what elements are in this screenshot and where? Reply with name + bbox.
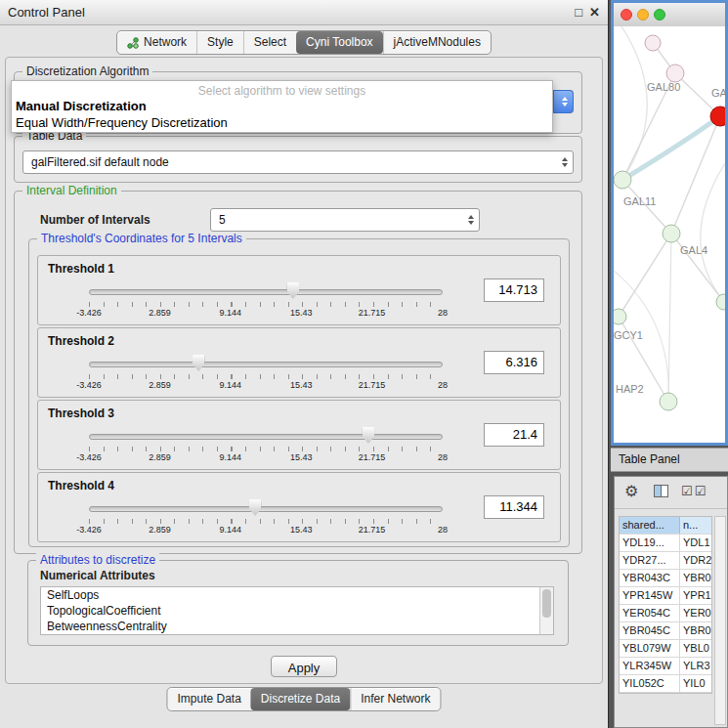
threshold-4-panel: Threshold 4 -3.426 2.859 9.144 15.43 21.… xyxy=(37,472,561,542)
zoom-traffic-light-icon[interactable] xyxy=(654,9,665,21)
apply-button[interactable]: Apply xyxy=(271,656,337,677)
network-node-gal11[interactable] xyxy=(614,171,631,189)
tab-discretize-data[interactable]: Discretize Data xyxy=(251,688,350,710)
numerical-attributes-label: Numerical Attributes xyxy=(40,569,155,582)
threshold-3-value-field[interactable]: 21.4 xyxy=(484,423,544,447)
axis-label: -3.426 xyxy=(76,308,102,318)
table-row[interactable]: YDR27...YDR2 xyxy=(620,552,711,570)
tab-cyni-toolbox[interactable]: Cyni Toolbox xyxy=(296,31,382,54)
up-arrow-icon xyxy=(562,157,568,161)
table-scrollbar[interactable] xyxy=(714,516,726,725)
column-header-shared-name[interactable]: shared... xyxy=(620,517,680,534)
down-arrow-icon xyxy=(562,163,568,167)
tab-style[interactable]: Style xyxy=(196,31,243,54)
slider-track[interactable] xyxy=(89,289,443,295)
slider-thumb[interactable] xyxy=(362,427,374,444)
minimize-traffic-light-icon[interactable] xyxy=(637,9,649,21)
node-label: GA xyxy=(711,87,725,99)
table-data-group: Table Data galFiltered.sif default node xyxy=(14,136,582,183)
table-row[interactable]: YIL052CYIL0 xyxy=(620,675,711,693)
tab-network[interactable]: Network xyxy=(117,31,196,54)
table-row[interactable]: YPR145WYPR1 xyxy=(620,587,711,605)
number-of-intervals-combobox[interactable]: 5 xyxy=(210,208,480,232)
network-node-gal80[interactable] xyxy=(666,64,684,82)
slider-thumb[interactable] xyxy=(286,282,299,299)
axis-label: 2.859 xyxy=(149,380,171,390)
combobox-stepper[interactable] xyxy=(553,90,574,113)
table-row[interactable]: YBR043CYBR0 xyxy=(620,570,711,587)
network-graph[interactable]: GAL80 GA GAL11 GAL4 GCY1 HAP2 xyxy=(614,26,725,443)
table-row[interactable]: YER054CYER0 xyxy=(620,605,711,622)
axis-label: 15.43 xyxy=(290,452,313,462)
close-icon[interactable]: ✕ xyxy=(589,0,600,24)
threshold-2-value-field[interactable]: 6.316 xyxy=(484,351,544,374)
node-label: HAP2 xyxy=(616,383,644,395)
threshold-2-panel: Threshold 2 -3.426 2.859 9.144 15.43 21.… xyxy=(37,327,561,398)
table-panel-header[interactable]: Table Panel xyxy=(611,448,728,472)
axis-label: 15.43 xyxy=(290,525,313,535)
network-canvas[interactable]: GAL80 GA GAL11 GAL4 GCY1 HAP2 xyxy=(614,26,725,443)
float-window-icon[interactable]: □ xyxy=(575,0,582,24)
up-arrow-icon xyxy=(562,97,568,101)
column-header-name[interactable]: n... xyxy=(680,517,711,534)
group-title: Interval Definition xyxy=(22,184,121,197)
tab-impute-data[interactable]: Impute Data xyxy=(167,688,250,710)
slider-track[interactable] xyxy=(89,362,443,367)
slider-track[interactable] xyxy=(89,506,443,512)
list-item[interactable]: TopologicalCoefficient xyxy=(41,603,553,619)
slider-thumb[interactable] xyxy=(249,499,262,516)
tab-label: Select xyxy=(254,31,286,54)
algorithm-dropdown-popup: Select algorithm to view settings Manual… xyxy=(11,80,553,133)
tab-label: jActiveMNodules xyxy=(394,31,481,54)
axis-label: 9.144 xyxy=(220,380,242,390)
axis-label: 28 xyxy=(438,525,448,535)
highlighted-edge[interactable] xyxy=(622,116,720,180)
network-node-gal4[interactable] xyxy=(663,225,680,242)
table-toolbar: ⚙ ☑☑ xyxy=(615,477,727,509)
list-item[interactable]: SelfLoops xyxy=(41,587,553,603)
attributes-list[interactable]: SelfLoops TopologicalCoefficient Between… xyxy=(40,586,554,635)
list-scrollbar[interactable] xyxy=(539,587,553,634)
network-node[interactable] xyxy=(716,294,725,310)
threshold-3-slider[interactable] xyxy=(89,427,443,445)
network-window-titlebar[interactable] xyxy=(614,3,725,27)
interval-definition-group: Interval Definition Number of Intervals … xyxy=(14,191,582,554)
close-traffic-light-icon[interactable] xyxy=(621,9,632,21)
axis-label: -3.426 xyxy=(76,452,102,462)
slider-track[interactable] xyxy=(89,434,443,440)
threshold-1-value-field[interactable]: 14.713 xyxy=(484,278,544,302)
scrollbar-thumb[interactable] xyxy=(542,589,551,618)
network-icon xyxy=(127,37,139,49)
network-node[interactable] xyxy=(645,35,661,51)
table-data-combobox[interactable]: galFiltered.sif default node xyxy=(22,150,574,174)
slider-thumb[interactable] xyxy=(193,355,205,371)
gear-icon[interactable]: ⚙ xyxy=(624,482,638,500)
tab-infer-network[interactable]: Infer Network xyxy=(350,688,440,710)
dropdown-placeholder: Select algorithm to view settings xyxy=(12,81,552,98)
threshold-4-value-field[interactable]: 11.344 xyxy=(484,495,544,519)
network-node-hap2[interactable] xyxy=(660,393,677,410)
dropdown-option-manual-discretization[interactable]: Manual Discretization xyxy=(12,98,552,114)
checkbox-icons[interactable]: ☑☑ xyxy=(681,484,707,498)
columns-icon[interactable] xyxy=(654,485,668,500)
combobox-value: 5 xyxy=(219,209,459,231)
table-row[interactable]: YDL19...YDL1 xyxy=(620,535,711,552)
axis-label: 2.859 xyxy=(149,308,171,318)
list-item[interactable]: BetweennessCentrality xyxy=(41,619,553,634)
tab-label: Discretize Data xyxy=(261,688,340,710)
threshold-1-slider[interactable] xyxy=(89,282,443,300)
table-row[interactable]: YBR045CYBR0 xyxy=(620,622,711,640)
title-bar[interactable]: Control Panel □ ✕ xyxy=(0,0,608,25)
table-row[interactable]: YLR345WYLR3 xyxy=(620,658,711,675)
table-row[interactable]: YBL079WYBL0 xyxy=(620,640,711,658)
dropdown-option-equal-width-frequency[interactable]: Equal Width/Frequency Discretization xyxy=(12,114,552,131)
threshold-4-slider[interactable] xyxy=(89,499,443,517)
network-node-gcy1[interactable] xyxy=(614,309,626,324)
tab-label: Style xyxy=(207,31,234,54)
selected-network-node[interactable] xyxy=(710,107,725,126)
tab-jactivemnodules[interactable]: jActiveMNodules xyxy=(383,31,491,54)
axis-label: 15.43 xyxy=(290,308,313,318)
threshold-2-slider[interactable] xyxy=(89,355,443,372)
tab-select[interactable]: Select xyxy=(243,31,296,54)
down-arrow-icon xyxy=(562,103,568,107)
